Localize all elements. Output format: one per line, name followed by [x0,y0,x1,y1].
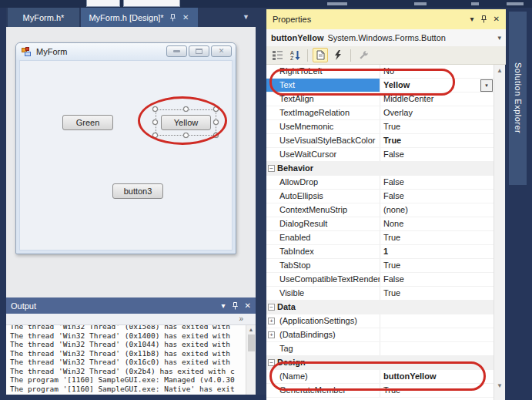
selection-handle[interactable] [183,106,189,112]
property-row[interactable]: UseMnemonicTrue [266,120,494,134]
collapse-icon[interactable]: − [268,304,275,311]
property-name[interactable]: DialogResult [266,217,380,230]
form-titlebar[interactable]: MyForm ✕ [16,43,236,60]
collapse-icon[interactable]: − [268,165,275,172]
properties-scrollbar[interactable]: ▲ ▼ [494,65,505,400]
property-row[interactable]: AutoEllipsisFalse [266,190,494,203]
property-value[interactable]: False [380,190,494,203]
property-pages-icon[interactable] [356,48,371,62]
categorized-icon[interactable] [269,48,285,62]
property-value[interactable]: False [380,273,494,286]
property-value[interactable]: Yellow [380,79,494,92]
property-name[interactable]: ContextMenuStrip [266,203,380,217]
property-value[interactable]: True [380,384,494,397]
property-name[interactable]: Visible [266,287,380,300]
property-row[interactable]: UseVisualStyleBackColorTrue [266,134,494,148]
property-name[interactable]: UseVisualStyleBackColor [266,134,380,147]
dropdown-icon[interactable]: ▾ [470,15,474,23]
property-value[interactable]: buttonYellow [380,370,494,383]
property-row[interactable]: TabIndex1 [266,245,494,259]
property-value[interactable] [380,342,494,355]
property-value[interactable]: True [380,134,494,147]
property-name[interactable]: TabIndex [266,245,380,258]
property-value[interactable]: 1 [380,245,494,258]
object-dropdown-icon[interactable]: ▾ [497,34,501,42]
toolbar-overflow-icon[interactable]: » [239,314,243,323]
property-value[interactable]: None [380,217,494,230]
property-row[interactable]: VisibleTrue [266,287,494,301]
property-row[interactable]: (Name)buttonYellow [266,370,494,384]
property-row[interactable]: TabStopTrue [266,259,494,273]
property-value[interactable]: No [380,65,494,78]
selection-handle[interactable] [213,106,219,112]
property-value[interactable] [380,314,494,328]
scroll-down-icon[interactable]: ▼ [494,382,505,389]
properties-titlebar[interactable]: Properties ▾ ✕ [266,9,506,29]
selection-handle[interactable] [152,133,158,138]
category-row[interactable]: −Design [266,356,494,370]
property-value[interactable]: MiddleCenter [380,92,494,106]
selection-handle[interactable] [152,106,158,112]
property-value[interactable]: True [380,259,494,272]
property-name[interactable]: UseCompatibleTextRenderir [266,273,380,286]
category-row[interactable]: −Data [266,301,494,314]
scrollbar-thumb[interactable] [248,334,255,351]
property-row[interactable]: +(DataBindings) [266,328,494,342]
pin-icon[interactable] [480,15,487,23]
property-row[interactable]: GenerateMemberTrue [266,384,494,398]
close-icon[interactable]: ✕ [182,13,190,22]
expand-icon[interactable]: + [268,318,275,324]
property-value[interactable]: False [380,148,494,161]
output-titlebar[interactable]: Output ▾ ✕ [6,297,256,314]
pin-icon[interactable] [169,13,177,22]
property-name[interactable]: UseWaitCursor [266,148,380,161]
property-name[interactable]: UseMnemonic [266,120,380,133]
property-value[interactable]: (none) [380,203,494,217]
property-row[interactable]: AllowDropFalse [266,176,494,190]
property-row[interactable]: UseCompatibleTextRenderirFalse [266,273,494,287]
close-button[interactable]: ✕ [211,45,232,57]
tab-overflow-icon[interactable]: ▼ [243,13,249,21]
selection-handle[interactable] [213,119,219,125]
property-name[interactable]: TabStop [266,259,380,272]
maximize-button[interactable] [189,45,209,57]
events-icon[interactable] [330,48,346,62]
solution-explorer-tab[interactable]: Solution Explorer [509,12,527,185]
property-name[interactable]: AutoEllipsis [266,190,380,203]
property-row[interactable]: ContextMenuStrip(none) [266,203,494,217]
property-row[interactable]: TextYellow▼ [266,79,494,92]
property-row[interactable]: +(ApplicationSettings) [266,314,494,328]
pane-splitter[interactable] [256,8,266,400]
property-name[interactable]: Tag [266,342,380,355]
property-name[interactable]: AllowDrop [266,176,380,189]
property-row[interactable]: RightToLeftNo [266,65,494,79]
property-value[interactable]: True [380,287,494,300]
form-designer-surface[interactable]: MyForm ✕ Green Yellow button3 [6,27,256,297]
property-row[interactable]: TextAlignMiddleCenter [266,92,494,106]
green-button[interactable]: Green [62,115,113,130]
property-value[interactable]: True [380,120,494,133]
property-name[interactable]: TextImageRelation [266,106,380,119]
scroll-up-icon[interactable]: ▲ [246,327,256,332]
property-name[interactable]: (DataBindings) [266,328,380,341]
button3[interactable]: button3 [112,183,163,199]
designed-form[interactable]: MyForm ✕ Green Yellow button3 [15,42,236,254]
value-dropdown-button[interactable]: ▼ [480,79,493,92]
minimize-button[interactable] [166,45,187,57]
expand-icon[interactable]: + [268,331,275,338]
pin-icon[interactable] [232,302,239,310]
alphabetical-icon[interactable]: AZ [287,48,303,62]
property-name[interactable]: GenerateMember [266,384,380,397]
property-value[interactable] [380,328,494,341]
property-name[interactable]: Enabled [266,231,380,244]
close-icon[interactable]: ✕ [245,302,251,310]
object-selector[interactable]: buttonYellow System.Windows.Forms.Button… [266,29,506,46]
property-name[interactable]: (Name) [266,370,380,383]
properties-view-icon[interactable] [313,48,328,62]
property-name[interactable]: TextAlign [266,92,380,106]
property-row[interactable]: DialogResultNone [266,217,494,231]
form-client-area[interactable]: Green Yellow button3 [19,60,233,250]
category-row[interactable]: −Behavior [266,162,494,176]
property-name[interactable]: (ApplicationSettings) [266,314,380,328]
tab-myform-h-design[interactable]: MyForm.h [Design]* ✕ [81,8,198,27]
